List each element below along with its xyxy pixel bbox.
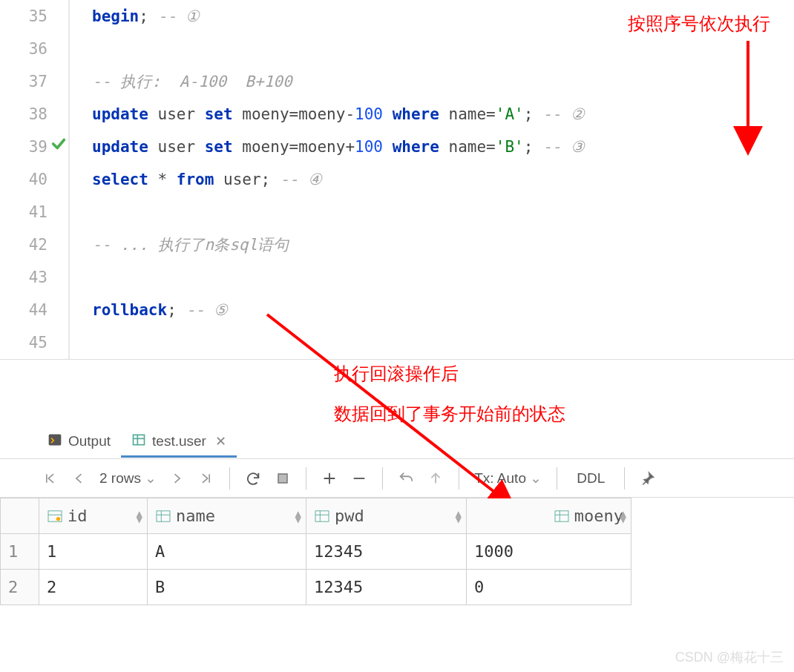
row-num-header	[1, 498, 39, 534]
sort-icon[interactable]: ▲▼	[137, 510, 142, 522]
col-header-id[interactable]: id ▲▼	[39, 498, 148, 534]
results-toolbar: 2 rows ⌄ Tx: Auto ⌄ DDL	[0, 459, 794, 498]
tab-label: Output	[68, 433, 111, 449]
first-page-button[interactable]	[37, 466, 62, 491]
gutter: 35 36 37 38 39 40 41 42 43 44 45	[0, 0, 68, 359]
result-tabs: Output test.user ✕	[0, 426, 794, 459]
stop-button[interactable]	[270, 466, 295, 491]
code-editor[interactable]: 35 36 37 38 39 40 41 42 43 44 45 begin; …	[0, 0, 794, 360]
ddl-button[interactable]: DDL	[568, 470, 614, 487]
annotation-rollback1: 执行回滚操作后	[334, 362, 459, 386]
svg-rect-3	[134, 435, 145, 444]
svg-rect-10	[157, 510, 170, 521]
sort-icon[interactable]: ▲▼	[295, 510, 301, 522]
col-header-pwd[interactable]: pwd ▲▼	[306, 498, 467, 534]
cell-pwd[interactable]: 12345	[306, 534, 467, 570]
tab-testuser[interactable]: test.user ✕	[121, 428, 237, 458]
cell-name[interactable]: B	[148, 570, 306, 605]
line-number: 38	[0, 98, 62, 131]
table-row[interactable]: 1 1 A 12345 1000	[1, 534, 631, 570]
svg-rect-16	[555, 510, 568, 521]
line-number: 43	[0, 261, 62, 294]
check-icon	[50, 131, 67, 163]
tab-label: test.user	[152, 433, 206, 449]
prev-page-button[interactable]	[67, 466, 92, 491]
line-number: 40	[0, 163, 62, 196]
svg-rect-2	[49, 434, 62, 445]
cell-moeny[interactable]: 1000	[467, 534, 631, 570]
add-row-button[interactable]	[317, 466, 342, 491]
cell-pwd[interactable]: 12345	[306, 570, 467, 605]
chevron-down-icon: ⌄	[530, 470, 542, 486]
revert-button[interactable]	[393, 466, 419, 491]
line-number: 44	[0, 294, 62, 326]
chevron-down-icon: ⌄	[145, 470, 157, 486]
sort-icon[interactable]: ▲▼	[620, 510, 626, 522]
col-header-moeny[interactable]: moeny ▲▼	[467, 498, 631, 534]
tab-output[interactable]: Output	[37, 428, 121, 458]
line-number: 37	[0, 65, 62, 98]
reload-button[interactable]	[240, 466, 266, 491]
watermark: CSDN @梅花十三	[675, 648, 784, 666]
line-number: 35	[0, 0, 62, 33]
next-page-button[interactable]	[164, 466, 189, 491]
row-number: 2	[1, 570, 39, 605]
commit-button[interactable]	[423, 466, 448, 491]
annotation-sequence: 按照序号依次执行	[628, 12, 770, 36]
tx-mode[interactable]: Tx: Auto ⌄	[470, 470, 546, 487]
code-area[interactable]: begin; -- ① -- 执行: A-100 B+100 update us…	[68, 0, 794, 359]
cell-id[interactable]: 2	[39, 570, 148, 605]
table-row[interactable]: 2 2 B 12345 0	[1, 570, 631, 605]
pin-button[interactable]	[635, 466, 660, 491]
result-table: id ▲▼ name ▲▼ pwd ▲▼	[0, 498, 794, 605]
line-number: 39	[0, 131, 62, 163]
column-icon	[155, 510, 171, 523]
line-number: 36	[0, 33, 62, 65]
cell-name[interactable]: A	[148, 534, 306, 570]
cell-moeny[interactable]: 0	[467, 570, 631, 605]
line-number: 42	[0, 228, 62, 261]
svg-rect-13	[315, 510, 329, 521]
column-icon	[314, 510, 330, 523]
column-icon	[554, 510, 570, 523]
annotation-rollback2: 数据回到了事务开始前的状态	[334, 402, 565, 426]
console-icon	[47, 432, 62, 451]
key-column-icon	[47, 510, 63, 523]
sort-icon[interactable]: ▲▼	[456, 510, 462, 522]
last-page-button[interactable]	[194, 466, 219, 491]
rows-count[interactable]: 2 rows ⌄	[96, 470, 160, 487]
close-icon[interactable]: ✕	[215, 433, 226, 449]
line-number: 45	[0, 326, 62, 359]
delete-row-button[interactable]	[347, 466, 372, 491]
table-icon	[131, 432, 146, 451]
col-header-name[interactable]: name ▲▼	[148, 498, 306, 534]
line-number: 41	[0, 196, 62, 228]
row-number: 1	[1, 534, 39, 570]
svg-rect-6	[278, 474, 287, 483]
cell-id[interactable]: 1	[39, 534, 148, 570]
svg-point-9	[56, 516, 60, 520]
